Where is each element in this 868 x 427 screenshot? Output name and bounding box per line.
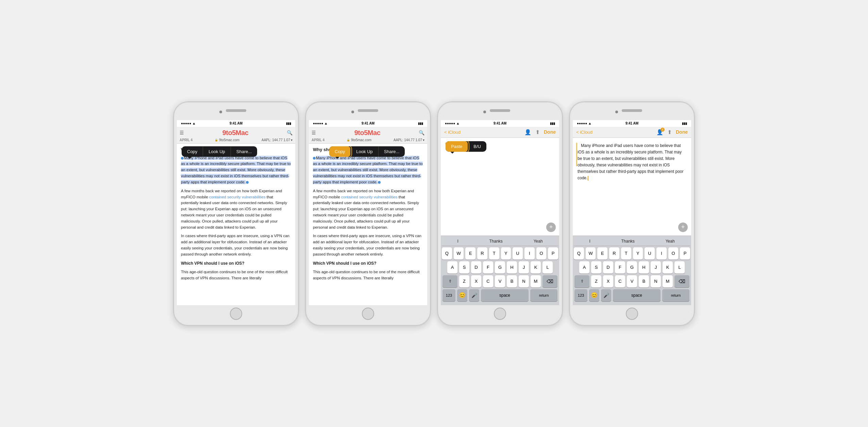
key-r[interactable]: R [477, 247, 487, 260]
key-space[interactable]: space [481, 289, 529, 301]
done-button-4[interactable]: Done [676, 129, 688, 135]
key-shift[interactable]: ⇧ [443, 275, 457, 288]
suggestion-thanks[interactable]: Thanks [489, 239, 503, 244]
key-i-4[interactable]: I [656, 247, 667, 260]
key-f-4[interactable]: F [615, 261, 625, 274]
key-t-4[interactable]: T [621, 247, 631, 260]
home-button-3[interactable] [494, 308, 506, 320]
notes-content-4[interactable]: Many iPhone and iPad users have come to … [573, 138, 691, 235]
share-icon-4[interactable]: ⬆ [667, 129, 672, 135]
key-o[interactable]: O [536, 247, 547, 260]
share-menu-item-2[interactable]: Share... [379, 146, 405, 157]
key-num-4[interactable]: 123 [574, 289, 587, 301]
key-w[interactable]: W [454, 247, 464, 260]
notes-back-button[interactable]: < iCloud [444, 130, 461, 135]
key-shift-4[interactable]: ⇧ [574, 275, 589, 288]
key-q[interactable]: Q [442, 247, 452, 260]
key-space-4[interactable]: space [613, 289, 661, 301]
key-p-4[interactable]: P [680, 247, 690, 260]
key-v-4[interactable]: V [627, 275, 637, 288]
copy-menu-item-2[interactable]: Copy [329, 146, 351, 157]
key-c-4[interactable]: C [615, 275, 625, 288]
key-j-4[interactable]: J [651, 261, 661, 274]
home-button-2[interactable] [362, 308, 374, 320]
key-delete[interactable]: ⌫ [542, 275, 557, 288]
key-emoji[interactable]: 😊 [457, 289, 467, 301]
lookup-menu-item[interactable]: Look Up [203, 146, 231, 157]
plus-button-3[interactable]: + [546, 223, 556, 232]
search-icon[interactable]: 🔍 [287, 130, 293, 135]
search-icon-2[interactable]: 🔍 [419, 130, 424, 135]
key-a[interactable]: A [447, 261, 457, 274]
key-return-4[interactable]: return [662, 289, 689, 301]
key-h[interactable]: H [507, 261, 517, 274]
key-h-4[interactable]: H [639, 261, 649, 274]
key-y[interactable]: Y [501, 247, 511, 260]
key-u[interactable]: U [513, 247, 523, 260]
key-a-4[interactable]: A [579, 261, 589, 274]
key-z[interactable]: Z [459, 275, 469, 288]
key-m-4[interactable]: M [663, 275, 673, 288]
key-x-4[interactable]: X [603, 275, 613, 288]
key-d[interactable]: D [471, 261, 481, 274]
key-t[interactable]: T [489, 247, 499, 260]
person-icon[interactable]: 👤 [524, 129, 531, 135]
lookup-menu-item-2[interactable]: Look Up [351, 146, 378, 157]
home-button-4[interactable] [626, 308, 638, 320]
key-e[interactable]: E [465, 247, 475, 260]
key-return[interactable]: return [530, 289, 557, 301]
key-z-4[interactable]: Z [591, 275, 601, 288]
suggestion-yeah[interactable]: Yeah [534, 239, 543, 244]
key-b[interactable]: B [507, 275, 517, 288]
plus-button-4[interactable]: + [678, 223, 688, 232]
key-g-4[interactable]: G [627, 261, 637, 274]
key-k-4[interactable]: K [663, 261, 673, 274]
key-f[interactable]: F [483, 261, 493, 274]
key-l-4[interactable]: L [674, 261, 685, 274]
key-s[interactable]: S [459, 261, 469, 274]
person-icon-4[interactable]: 👤1 [656, 129, 663, 135]
key-k[interactable]: K [531, 261, 541, 274]
suggestion-i[interactable]: I [457, 239, 458, 244]
key-u-4[interactable]: U [645, 247, 655, 260]
hamburger-icon-2[interactable]: ☰ [312, 130, 316, 135]
key-n[interactable]: N [519, 275, 529, 288]
key-o-4[interactable]: O [668, 247, 679, 260]
key-w-4[interactable]: W [586, 247, 596, 260]
key-emoji-4[interactable]: 😊 [589, 289, 599, 301]
key-g[interactable]: G [495, 261, 505, 274]
suggestion-thanks-4[interactable]: Thanks [621, 239, 635, 244]
key-y-4[interactable]: Y [633, 247, 643, 260]
key-d-4[interactable]: D [603, 261, 613, 274]
key-b-4[interactable]: B [639, 275, 649, 288]
key-e-4[interactable]: E [597, 247, 607, 260]
key-s-4[interactable]: S [591, 261, 601, 274]
home-button-1[interactable] [230, 308, 242, 320]
share-icon[interactable]: ⬆ [535, 129, 540, 135]
key-i[interactable]: I [524, 247, 535, 260]
key-r-4[interactable]: R [609, 247, 619, 260]
notes-back-button-4[interactable]: < iCloud [576, 130, 592, 135]
key-c[interactable]: C [483, 275, 493, 288]
hamburger-icon[interactable]: ☰ [180, 130, 184, 135]
key-l[interactable]: L [542, 261, 553, 274]
key-q-4[interactable]: Q [574, 247, 584, 260]
biu-menu-item[interactable]: B/U [468, 141, 486, 152]
key-v[interactable]: V [495, 275, 505, 288]
suggestion-yeah-4[interactable]: Yeah [666, 239, 675, 244]
share-menu-item[interactable]: Share... [231, 146, 257, 157]
key-m[interactable]: M [531, 275, 541, 288]
key-x[interactable]: X [471, 275, 481, 288]
key-num[interactable]: 123 [443, 289, 455, 301]
key-p[interactable]: P [548, 247, 558, 260]
key-mic-4[interactable]: 🎤 [601, 289, 611, 301]
site-name-2: 9to5Mac [354, 128, 381, 137]
suggestion-i-4[interactable]: I [589, 239, 590, 244]
key-n-4[interactable]: N [651, 275, 661, 288]
paste-menu-item[interactable]: Paste [446, 141, 468, 152]
done-button[interactable]: Done [544, 129, 556, 135]
key-j[interactable]: J [519, 261, 529, 274]
key-mic[interactable]: 🎤 [469, 289, 479, 301]
copy-menu-item[interactable]: Copy [182, 146, 203, 157]
key-delete-4[interactable]: ⌫ [674, 275, 689, 288]
